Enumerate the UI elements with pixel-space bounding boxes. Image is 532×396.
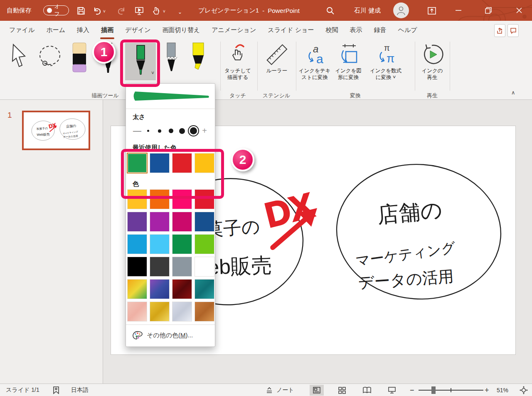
more-colors-menu-item[interactable]: その他の色(M)...: [126, 327, 215, 345]
tab-slideshow[interactable]: スライド ショー: [262, 21, 320, 40]
color-swatch[interactable]: [150, 235, 169, 254]
quick-access-toolbar-chevron[interactable]: ⌄: [178, 9, 182, 15]
zoom-out-button[interactable]: −: [410, 384, 414, 396]
ink-to-math-button[interactable]: π π インクを数式 に変換 ˅: [365, 42, 406, 81]
recent-color-swatch[interactable]: [150, 153, 169, 173]
color-swatch[interactable]: [172, 212, 192, 231]
accessibility-icon[interactable]: [52, 384, 61, 396]
collapse-ribbon-chevron[interactable]: ∧: [511, 89, 515, 96]
texture-swatch-gold[interactable]: [150, 302, 169, 321]
slide-thumbnail[interactable]: [22, 111, 90, 150]
tab-draw[interactable]: 描画: [95, 21, 119, 40]
pencil-tool[interactable]: [162, 42, 180, 77]
color-swatch[interactable]: [195, 235, 214, 254]
autosave-label: 自動保存: [7, 0, 32, 21]
tab-help[interactable]: ヘルプ: [392, 21, 423, 40]
texture-swatch-silver[interactable]: [172, 302, 192, 321]
thickness-increase-button[interactable]: +: [199, 126, 210, 136]
slide-indicator[interactable]: スライド 1/1: [6, 384, 39, 396]
tab-insert[interactable]: 挿入: [71, 21, 95, 40]
texture-swatch-rose-gold[interactable]: [128, 302, 147, 321]
thickness-option[interactable]: [165, 129, 176, 133]
select-tool[interactable]: [8, 43, 30, 71]
fit-slide-to-window-button[interactable]: [519, 384, 529, 396]
tab-review[interactable]: 校閲: [320, 21, 344, 40]
user-name[interactable]: 石川 健成: [354, 0, 381, 21]
tab-transitions[interactable]: 画面切り替え: [157, 21, 206, 40]
comments-button[interactable]: [507, 24, 519, 37]
ink-to-shape-button[interactable]: インクを図 形に変換: [332, 42, 365, 81]
color-swatch[interactable]: [172, 235, 192, 254]
notes-button[interactable]: ノート: [265, 384, 294, 396]
color-swatch[interactable]: [195, 257, 214, 276]
thickness-option[interactable]: [177, 128, 188, 134]
touch-input-chevron[interactable]: ˅: [163, 9, 165, 14]
texture-swatch-lava[interactable]: [172, 280, 192, 299]
tab-home[interactable]: ホーム: [40, 21, 71, 40]
color-swatch[interactable]: [195, 190, 214, 209]
highlighter-tool[interactable]: [188, 42, 209, 77]
thickness-option[interactable]: [154, 129, 165, 133]
texture-swatch-galaxy[interactable]: [150, 280, 169, 299]
window-title: プレゼンテーション1 - PowerPoint: [198, 0, 300, 21]
thickness-decrease-button[interactable]: —: [132, 126, 143, 136]
tab-view[interactable]: 表示: [344, 21, 368, 40]
lasso-select-tool[interactable]: [37, 45, 63, 71]
minimize-button[interactable]: [449, 0, 468, 21]
color-swatch[interactable]: [195, 212, 214, 231]
color-swatch[interactable]: [172, 190, 192, 209]
start-slideshow-icon[interactable]: [134, 5, 145, 16]
close-button[interactable]: [510, 0, 529, 21]
reading-view-button[interactable]: [360, 385, 374, 396]
zoom-slider-handle[interactable]: [431, 386, 436, 394]
save-icon[interactable]: [76, 5, 86, 16]
texture-swatch-rainbow-glitter[interactable]: [128, 280, 147, 299]
color-swatch[interactable]: [150, 257, 169, 276]
svg-text:π: π: [387, 52, 394, 65]
undo-dropdown-chevron[interactable]: ˅: [103, 9, 106, 14]
share-button[interactable]: [494, 24, 505, 37]
user-avatar[interactable]: [393, 2, 409, 18]
ink-to-text-button[interactable]: a a インクをテキ ストに変換: [298, 42, 332, 81]
pen-green-tool-selected[interactable]: ˅: [125, 43, 156, 80]
recent-color-swatch[interactable]: [195, 153, 214, 173]
slideshow-view-button[interactable]: [385, 385, 399, 396]
thickness-option[interactable]: [143, 130, 154, 132]
color-swatch[interactable]: [128, 212, 147, 231]
color-swatch[interactable]: [172, 257, 192, 276]
language-indicator[interactable]: 日本語: [71, 384, 89, 396]
zoom-level[interactable]: 51%: [497, 384, 508, 396]
color-swatch[interactable]: [128, 190, 147, 209]
restore-button[interactable]: [479, 0, 498, 21]
recent-color-swatch[interactable]: [172, 153, 192, 173]
eraser-tool[interactable]: [71, 42, 87, 77]
tab-animations[interactable]: アニメーション: [206, 21, 262, 40]
zoom-in-button[interactable]: +: [485, 384, 489, 396]
autosave-toggle[interactable]: オフ: [43, 5, 69, 15]
touch-draw-icon: [228, 42, 248, 66]
tab-record[interactable]: 録音: [368, 21, 392, 40]
ink-replay-button[interactable]: インクの 再生: [416, 42, 449, 81]
touch-draw-button[interactable]: タッチして 描画する: [221, 42, 254, 81]
search-icon[interactable]: [325, 5, 336, 16]
touch-input-icon[interactable]: [150, 5, 161, 16]
color-swatch[interactable]: [150, 212, 169, 231]
thickness-option[interactable]: [188, 127, 199, 134]
texture-swatch-ocean[interactable]: [195, 280, 214, 299]
recent-color-swatch[interactable]: [128, 153, 147, 173]
tab-file[interactable]: ファイル: [3, 21, 40, 40]
color-swatch[interactable]: [128, 257, 147, 276]
texture-swatch-bronze[interactable]: [195, 302, 214, 321]
pen-black-tool[interactable]: [99, 42, 117, 77]
pen-options-chevron[interactable]: ˅: [151, 70, 154, 76]
undo-icon[interactable]: [91, 5, 102, 16]
ribbon-display-options-icon[interactable]: [426, 5, 437, 16]
titlebar: 自動保存 オフ ˅ ˅ ⌄ プレゼンテーション1: [0, 0, 532, 21]
normal-view-button[interactable]: [310, 385, 324, 396]
ruler-button[interactable]: ルーラー: [259, 42, 295, 74]
color-swatch[interactable]: [128, 235, 147, 254]
tab-design[interactable]: デザイン: [119, 21, 156, 40]
color-swatch[interactable]: [150, 190, 169, 209]
group-label-replay: 再生: [415, 92, 450, 99]
slide-sorter-view-button[interactable]: [335, 385, 349, 396]
